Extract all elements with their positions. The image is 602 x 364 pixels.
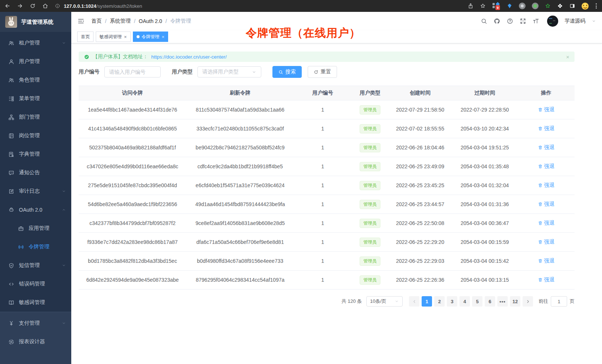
force-logout-button[interactable]: 强退 [538,106,554,113]
breadcrumb-separator: / [166,18,167,24]
page-button-1[interactable]: 1 [422,296,432,307]
sidebar-item-敏感词管理[interactable]: 敏感词管理 [0,293,71,312]
force-logout-label: 强退 [544,220,554,226]
expire-time-cell: 2054-03-04 00:13:15 [452,271,518,289]
alert-close-icon[interactable]: × [566,54,569,60]
force-logout-button[interactable]: 强退 [538,182,554,189]
fullscreen-icon[interactable] [520,18,526,24]
url-text[interactable]: 127.0.0.1:1024/system/oauth2/token [64,3,142,9]
create-time-cell: 2022-06-25 23:49:09 [389,157,452,176]
sidebar-item-用户管理[interactable]: 用户管理 [0,52,71,71]
sidebar-collapse-icon[interactable] [77,17,85,25]
user-type-select[interactable]: 请选择用户类型 [197,66,261,77]
expire-time-cell: 2054-03-04 00:36:47 [452,214,518,233]
evernote-star-icon[interactable] [545,3,551,9]
user-menu-caret-icon[interactable] [592,19,596,23]
browser-reload-icon[interactable] [30,3,36,9]
page-button-2[interactable]: 2 [434,296,445,307]
next-page-button[interactable] [523,296,533,307]
search-icon[interactable] [481,18,487,24]
post-badge-icon [8,133,14,139]
extension-circle-icon[interactable] [519,3,526,9]
app-logo-row[interactable]: 芋道管理系统 [0,12,71,32]
github-icon[interactable] [494,18,500,24]
chevron-down-icon [62,41,66,45]
sidebar-item-label: 用户管理 [19,58,40,65]
font-size-icon[interactable] [533,18,539,24]
view-tab-令牌管理[interactable]: 令牌管理× [133,32,169,42]
action-cell: 强退 [518,138,575,157]
sidebar-item-报表设计器[interactable]: 报表设计器 [0,332,71,351]
tab-close-icon[interactable]: × [124,34,127,39]
sidebar-item-审计日志[interactable]: 审计日志 [0,182,71,201]
force-logout-button[interactable]: 强退 [538,125,554,132]
page-button-6[interactable]: 6 [485,296,495,307]
browser-back-icon[interactable] [4,3,10,9]
force-logout-button[interactable]: 强退 [538,239,554,245]
browser-forward-icon[interactable] [17,3,23,9]
access-token-cell: b0d1785bc3a8482f812db4a3f3bd15ec [79,252,186,271]
page-button-12[interactable]: 12 [510,296,520,307]
user-id-input[interactable] [104,66,161,77]
refresh-token-cell: 9ce8ef2aa9f14056b831ae9b608e28d5 [186,214,294,233]
breadcrumb-item[interactable]: 首页 [91,18,102,24]
tab-close-icon[interactable]: × [162,34,165,39]
site-info-icon[interactable] [55,3,60,9]
force-logout-button[interactable]: 强退 [538,277,554,283]
breadcrumb-item[interactable]: OAuth 2.0 [139,18,162,24]
force-logout-button[interactable]: 强退 [538,163,554,170]
sidebar-item-错误码管理[interactable]: 错误码管理 [0,275,71,293]
help-icon[interactable] [507,18,513,24]
username[interactable]: 芋道源码 [565,18,585,24]
sidebar-item-通知公告[interactable]: 通知公告 [0,163,71,182]
search-button[interactable]: 搜索 [272,66,302,78]
breadcrumb-item[interactable]: 系统管理 [110,18,131,24]
sidebar-item-菜单管理[interactable]: 菜单管理 [0,89,71,108]
view-tab-首页[interactable]: 首页 [77,32,94,42]
sidebar-item-令牌管理[interactable]: 令牌管理 [0,238,71,256]
browser-menu-icon[interactable] [595,3,598,9]
page-button-4[interactable]: 4 [459,296,470,307]
sidebar-item-短信管理[interactable]: 短信管理 [0,256,71,275]
alert-text: 【用户体系】文档地址： [93,53,148,60]
goto-page-input[interactable] [551,296,567,307]
doc-link[interactable]: https://doc.iocoder.cn/user-center/ [151,54,227,60]
table-row: 275e5de9151045fe87cbdc395e004f4de6cfd40e… [79,176,575,195]
force-logout-button[interactable]: 强退 [538,258,554,264]
extensions-icon[interactable]: 9 [492,2,500,10]
puzzle-extension-icon[interactable] [557,3,563,9]
force-logout-button[interactable]: 强退 [538,144,554,151]
address-bar[interactable]: 127.0.0.1:1024/system/oauth2/token [55,3,463,9]
force-logout-button[interactable]: 强退 [538,201,554,208]
page-button-5[interactable]: 5 [472,296,482,307]
sidebar-item-部门管理[interactable]: 部门管理 [0,108,71,126]
sidebar-item-OAuth 2.0[interactable]: OAuth 2.0 [0,201,71,219]
sidebar-item-字典管理[interactable]: 字典管理 [0,145,71,163]
sidebar-item-label: 错误码管理 [19,281,45,287]
sidebar-item-支付管理[interactable]: 支付管理 [0,314,71,332]
profile-emoji-icon[interactable] [582,3,589,10]
page-button-3[interactable]: 3 [447,296,457,307]
prev-page-button[interactable] [409,296,419,307]
gem-extension-icon[interactable] [507,3,513,9]
reset-button[interactable]: 重置 [308,66,337,78]
page-size-select[interactable]: 10条/页 [366,296,403,307]
force-logout-label: 强退 [544,201,554,208]
table-row: 41c41346a548490f9dc8b01c6bfe0865333ecfc7… [79,119,575,138]
sidebar-toggle-icon[interactable] [569,3,575,9]
sidebar-item-角色管理[interactable]: 角色管理 [0,71,71,89]
browser-home-icon[interactable] [42,3,48,9]
org-tree-icon [8,114,14,120]
avatar[interactable] [547,16,558,27]
sidebar-item-岗位管理[interactable]: 岗位管理 [0,126,71,145]
sidebar-item-租户管理[interactable]: 租户管理 [0,34,71,52]
more-pages-button[interactable]: ••• [497,296,508,307]
tenant-users-icon [8,40,14,46]
menu-tree-icon [8,96,14,102]
view-tab-敏感词管理[interactable]: 敏感词管理× [96,32,131,42]
sidebar-item-应用管理[interactable]: 应用管理 [0,219,71,238]
force-logout-button[interactable]: 强退 [538,220,554,226]
share-icon[interactable] [468,3,474,9]
extension-record-icon[interactable] [532,3,539,9]
bookmark-star-icon[interactable] [480,3,486,9]
